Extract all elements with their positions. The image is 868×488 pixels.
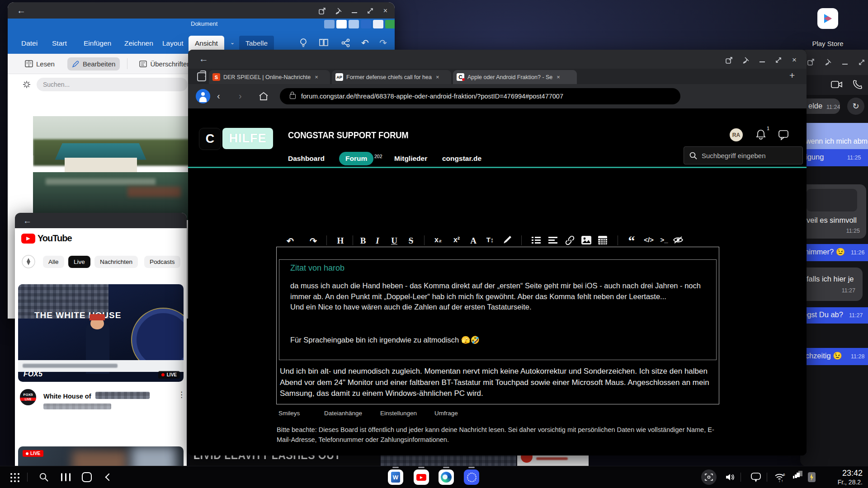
underline-icon[interactable]: U (391, 236, 397, 246)
browser-pin-icon[interactable] (743, 57, 749, 64)
word-menu-zeichnen[interactable]: Zeichnen (120, 37, 158, 50)
chip-nachrichten[interactable]: Nachrichten (94, 256, 138, 268)
tab-overview-icon[interactable] (197, 72, 206, 81)
gear-icon[interactable] (22, 80, 31, 89)
signal-popout-icon[interactable] (807, 59, 814, 66)
bell-icon[interactable] (756, 129, 766, 140)
signal-minimize-icon[interactable] (842, 60, 848, 65)
taskbar-edge-app[interactable] (439, 466, 454, 488)
chip-live[interactable]: Live (68, 256, 90, 268)
tab-dateianhaenge[interactable]: Dateianhänge (324, 410, 362, 417)
nav-back-icon[interactable]: ‹ (217, 91, 220, 101)
nav-congstar-de[interactable]: congstar.de (442, 155, 481, 163)
heading-icon[interactable]: H (337, 236, 344, 246)
video-thumbnail[interactable]: THE WHITE HOUSE FOX5 LIVE (18, 284, 184, 382)
tips-bulb-icon[interactable] (299, 38, 308, 48)
compass-icon[interactable] (21, 254, 36, 269)
align-icon[interactable] (548, 236, 557, 244)
tab-close-icon[interactable]: × (314, 74, 318, 80)
kebab-icon[interactable]: ⋮ (178, 390, 185, 399)
browser-close-icon[interactable]: × (792, 56, 797, 65)
nav-dashboard[interactable]: Dashboard (288, 155, 325, 163)
share-icon[interactable] (341, 38, 350, 47)
signal-maximize-icon[interactable] (859, 59, 865, 66)
screen-capture-button[interactable] (701, 466, 717, 488)
undo-icon[interactable]: ↶ (361, 38, 369, 48)
clock[interactable]: 23:42 Fr., 28.2. (825, 466, 865, 488)
taskbar-search-button[interactable] (37, 466, 51, 488)
chip-podcasts[interactable]: Podcasts (144, 256, 180, 268)
word-search-input[interactable]: Suchen... (37, 78, 188, 91)
nav-mitglieder[interactable]: Mitglieder (394, 155, 427, 163)
redo-icon[interactable]: ↷ (379, 38, 387, 48)
subscript-icon[interactable]: x₂ (434, 236, 442, 244)
home-icon[interactable] (259, 92, 269, 101)
taskbar-word-app[interactable]: W (388, 466, 403, 488)
word-menu-datei[interactable]: Datei (17, 37, 42, 50)
word-menu-einfuegen[interactable]: Einfügen (79, 37, 116, 50)
scroll-latest-button[interactable]: ↻ (847, 98, 864, 115)
spoiler-eye-icon[interactable] (673, 235, 684, 244)
link-icon[interactable] (565, 236, 575, 245)
youtube-back-icon[interactable]: ← (23, 216, 32, 225)
word-menu-start[interactable]: Start (47, 37, 71, 50)
browser-maximize-icon[interactable] (775, 57, 782, 63)
italic-icon[interactable]: I (376, 236, 379, 246)
tab-einstellungen[interactable]: Einstellungen (380, 410, 417, 417)
tab-spiegel[interactable]: S DER SPIEGEL | Online-Nachrichte × (209, 70, 330, 84)
editor-undo-icon[interactable]: ↶ (287, 236, 294, 246)
nav-forum-active[interactable]: Forum (339, 152, 373, 165)
video-thumbnail-2[interactable]: LIVE (18, 446, 184, 466)
word-pin-icon[interactable] (335, 8, 342, 14)
bearbeiten-button[interactable]: Bearbeiten (67, 57, 120, 70)
url-bar[interactable]: forum.congstar.de/thread/68378-apple-ode… (280, 88, 680, 104)
read-book-icon[interactable] (319, 38, 330, 47)
recents-button[interactable] (59, 466, 72, 488)
font-color-icon[interactable]: A (470, 236, 476, 246)
back-button[interactable] (103, 466, 115, 488)
ueberschriften-button[interactable]: Überschriften (135, 57, 195, 70)
tab-umfrage[interactable]: Umfrage (434, 410, 458, 417)
channel-avatar[interactable]: FOX5 LIVE (20, 389, 36, 405)
nav-forward-icon[interactable]: › (239, 91, 242, 101)
tab-close-icon[interactable]: × (556, 74, 560, 80)
user-avatar[interactable]: RA (730, 128, 743, 141)
word-minimize-icon[interactable] (352, 9, 357, 13)
volume-button[interactable] (723, 466, 737, 488)
browser-popout-icon[interactable] (726, 57, 732, 64)
tab-apnews[interactable]: AP Former defense chiefs call for hea × (332, 70, 451, 84)
browser-back-icon[interactable]: ← (199, 54, 208, 63)
superscript-icon[interactable]: x² (453, 236, 460, 244)
conversations-icon[interactable] (778, 130, 789, 140)
taskbar-youtube-app[interactable]: ▶ (414, 466, 429, 488)
chip-alle[interactable]: Alle (43, 256, 64, 268)
messages-tray-button[interactable] (749, 466, 763, 488)
video-title[interactable]: White House of (43, 393, 91, 400)
apps-grid-button[interactable] (8, 466, 21, 488)
code-icon[interactable]: </> (644, 236, 654, 244)
voice-call-icon[interactable] (853, 80, 863, 89)
terminal-icon[interactable]: >_ (660, 236, 668, 244)
tab-close-icon[interactable]: × (435, 74, 439, 80)
word-menu-tabelle[interactable]: Tabelle (239, 36, 274, 51)
table-icon[interactable] (598, 236, 607, 244)
quote-icon[interactable]: “ (628, 233, 635, 249)
font-size-icon[interactable]: T↕ (486, 236, 494, 244)
word-back-icon[interactable]: ← (17, 6, 26, 15)
battery-status[interactable] (806, 466, 817, 488)
bullet-list-icon[interactable] (532, 236, 541, 244)
editor-redo-icon[interactable]: ↷ (310, 236, 317, 246)
bold-icon[interactable]: B (360, 236, 366, 246)
word-menu-chevron-icon[interactable]: ⌄ (226, 37, 239, 48)
tab-smileys[interactable]: Smileys (278, 410, 300, 417)
taskbar-signal-app[interactable] (464, 466, 479, 488)
wifi-status[interactable]: 6↓↑ (772, 466, 788, 488)
word-popout-icon[interactable] (319, 8, 326, 14)
browser-minimize-icon[interactable] (760, 58, 765, 62)
word-maximize-icon[interactable] (367, 8, 373, 14)
youtube-logo[interactable]: ▶ YouTube (21, 233, 72, 244)
video-call-icon[interactable] (831, 80, 843, 89)
congstar-logo[interactable]: C (199, 128, 221, 150)
word-menu-layout[interactable]: Layout (158, 37, 188, 50)
home-button[interactable] (80, 466, 93, 488)
